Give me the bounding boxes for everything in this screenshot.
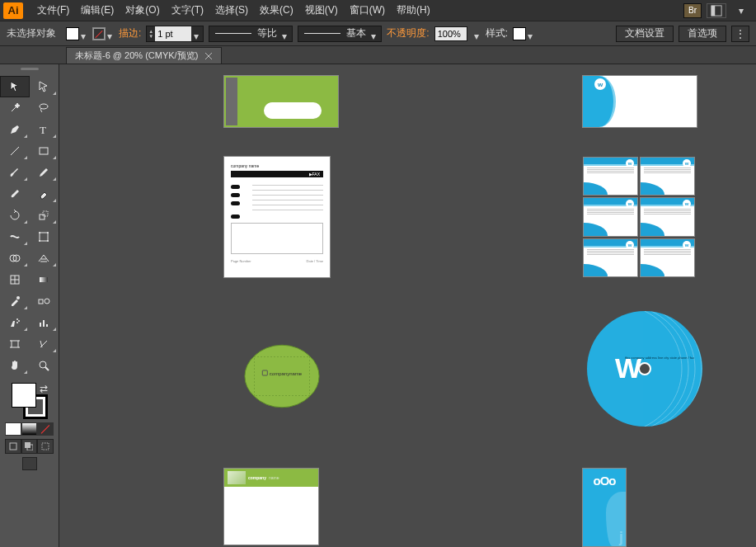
svg-line-6: [11, 147, 19, 155]
svg-rect-40: [42, 443, 49, 450]
artboard-letterhead[interactable]: company name: [224, 469, 318, 545]
menu-type[interactable]: 文字(T): [166, 0, 209, 21]
pen-tool-icon[interactable]: [0, 119, 30, 140]
shape-builder-tool-icon[interactable]: [0, 248, 30, 269]
workspace-switcher-icon[interactable]: [707, 3, 726, 18]
artboard-envelope-green[interactable]: [224, 76, 338, 127]
brush-picker[interactable]: 基本 ▾: [298, 26, 382, 42]
document-tabstrip: 未标题-6 @ 20% (CMYK/预览): [0, 46, 756, 64]
mesh-tool-icon[interactable]: [0, 269, 30, 290]
width-tool-icon[interactable]: [0, 226, 30, 248]
document-tab-title: 未标题-6 @ 20% (CMYK/预览): [75, 50, 198, 62]
color-mode-gradient[interactable]: [21, 422, 38, 436]
control-more-icon[interactable]: ⋮: [731, 26, 749, 42]
fill-color[interactable]: [12, 383, 36, 408]
lasso-tool-icon[interactable]: [30, 97, 59, 119]
svg-rect-7: [40, 148, 48, 154]
document-tab[interactable]: 未标题-6 @ 20% (CMYK/预览): [66, 47, 222, 64]
scale-tool-icon[interactable]: [30, 205, 59, 226]
svg-point-23: [45, 299, 49, 304]
bridge-icon[interactable]: Br: [683, 3, 702, 18]
pencil-tool-icon[interactable]: [30, 162, 59, 183]
svg-rect-10: [40, 233, 48, 241]
column-graph-tool-icon[interactable]: [30, 312, 59, 333]
menu-view[interactable]: 视图(V): [299, 0, 344, 21]
fax-label: ▶FAX: [309, 172, 320, 177]
eraser-tool-icon[interactable]: [30, 183, 59, 205]
opacity-label: 不透明度:: [387, 26, 429, 40]
menu-object[interactable]: 对象(O): [120, 0, 165, 21]
selection-status: 未选择对象: [7, 26, 56, 40]
color-mode-none[interactable]: [37, 422, 54, 436]
blend-tool-icon[interactable]: [30, 290, 59, 312]
swap-fill-stroke-icon[interactable]: ⇄: [40, 383, 48, 391]
menu-help[interactable]: 帮助(H): [391, 0, 436, 21]
stroke-swatch-picker[interactable]: ▾: [92, 27, 114, 40]
style-swatch-picker[interactable]: ▾: [513, 27, 534, 40]
style-swatch: [513, 27, 526, 40]
eyedropper-tool-icon[interactable]: [0, 290, 30, 312]
stroke-weight-field[interactable]: ▲▼ ▾: [146, 26, 204, 42]
screen-mode-switch[interactable]: [0, 457, 59, 470]
menu-select[interactable]: 选择(S): [209, 0, 254, 21]
artboard-envelope-white[interactable]: w: [583, 76, 697, 127]
svg-rect-30: [12, 341, 18, 347]
slice-tool-icon[interactable]: [30, 333, 59, 355]
symbol-sprayer-tool-icon[interactable]: [0, 312, 30, 333]
artboard-postcards[interactable]: w w w w w w: [583, 157, 695, 277]
free-transform-tool-icon[interactable]: [30, 226, 59, 248]
svg-rect-20: [40, 277, 48, 282]
blob-brush-tool-icon[interactable]: [0, 183, 30, 205]
menu-file[interactable]: 文件(F): [31, 0, 75, 21]
svg-point-26: [16, 322, 18, 323]
menu-effect[interactable]: 效果(C): [254, 0, 299, 21]
logo-badge: w: [594, 78, 606, 90]
color-mode-solid[interactable]: [5, 422, 21, 436]
artboard-envelope-dieline[interactable]: companyname: [213, 307, 351, 439]
lh-bold: company: [248, 475, 266, 480]
draw-normal-icon[interactable]: [5, 439, 21, 454]
menu-edit[interactable]: 编辑(E): [75, 0, 120, 21]
artboard-tool-icon[interactable]: [0, 333, 30, 355]
paintbrush-tool-icon[interactable]: [0, 162, 30, 183]
brush-label: 基本: [346, 26, 366, 40]
fill-stroke-control[interactable]: ⇄: [12, 383, 48, 419]
fill-swatch: [66, 27, 79, 40]
draw-behind-icon[interactable]: [21, 439, 38, 454]
fill-swatch-picker[interactable]: ▾: [66, 27, 87, 40]
document-setup-button[interactable]: 文档设置: [616, 26, 674, 42]
toolbox: T ⇄: [0, 64, 59, 547]
artboard-poster[interactable]: oOo j: [583, 469, 626, 546]
artboard-fax-sheet[interactable]: company name ▶FAX Page NumberDate / Time: [224, 157, 330, 277]
menu-window[interactable]: 窗口(W): [344, 0, 391, 21]
fax-footer-right: Date / Time: [307, 259, 323, 263]
magic-wand-tool-icon[interactable]: [0, 97, 30, 119]
default-fill-stroke-icon[interactable]: [12, 411, 20, 419]
hand-tool-icon[interactable]: [0, 355, 30, 376]
close-icon[interactable]: [204, 52, 213, 60]
stroke-profile-picker[interactable]: 等比 ▾: [209, 26, 293, 42]
direct-selection-tool-icon[interactable]: [30, 76, 59, 97]
artboard-cd-label[interactable]: W this company address line city state p…: [583, 307, 707, 431]
opacity-input[interactable]: [434, 26, 467, 41]
draw-inside-icon[interactable]: [37, 439, 54, 454]
perspective-grid-tool-icon[interactable]: [30, 248, 59, 269]
color-mode-bar: [5, 422, 54, 436]
canvas[interactable]: w company name ▶FAX Page NumberDate / Ti…: [59, 64, 756, 547]
type-tool-icon[interactable]: T: [30, 119, 59, 140]
zoom-tool-icon[interactable]: [30, 355, 59, 376]
selection-tool-icon[interactable]: [0, 76, 30, 97]
line-tool-icon[interactable]: [0, 140, 30, 162]
gradient-tool-icon[interactable]: [30, 269, 59, 290]
fax-company: company name: [231, 163, 259, 168]
toolbox-grip[interactable]: [0, 68, 59, 76]
svg-point-21: [16, 296, 20, 299]
workspace-dropdown-icon[interactable]: ▾: [731, 3, 751, 18]
rotate-tool-icon[interactable]: [0, 205, 30, 226]
rectangle-tool-icon[interactable]: [30, 140, 59, 162]
opacity-dropdown-icon[interactable]: ▾: [474, 31, 481, 37]
preferences-button[interactable]: 首选项: [679, 26, 726, 42]
stroke-weight-input[interactable]: [155, 26, 191, 41]
lh-light: name: [269, 475, 279, 480]
stroke-swatch: [92, 27, 106, 40]
